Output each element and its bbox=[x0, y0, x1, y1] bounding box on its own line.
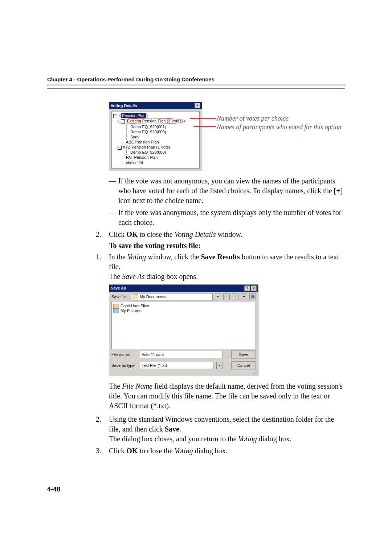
view-menu-icon[interactable]: ▤ bbox=[249, 293, 256, 300]
save-in-combo[interactable]: My Documents bbox=[131, 293, 213, 300]
file-name-label: File name: bbox=[111, 352, 137, 357]
collapse-icon[interactable]: - bbox=[118, 146, 122, 150]
up-one-level-icon[interactable]: ↑ bbox=[232, 293, 238, 300]
collapse-icon[interactable]: - bbox=[113, 114, 117, 118]
new-folder-icon[interactable]: ✦ bbox=[241, 293, 247, 300]
tree-item[interactable]: Demo EQ_929(000) bbox=[130, 130, 166, 134]
tree-item[interactable]: Existing Pension Plan (3 Votes) bbox=[127, 119, 183, 123]
file-name-input[interactable]: Vote #1 cars bbox=[140, 351, 222, 358]
tree-item[interactable]: PAT Pension Plan bbox=[126, 155, 158, 159]
body-text: If the vote was not anonymous, you can v… bbox=[118, 176, 345, 206]
voting-details-title: Voting Details bbox=[111, 103, 137, 108]
figure-annotation: Number of votes per choice Names of part… bbox=[217, 102, 342, 131]
save-as-title: Save As bbox=[111, 286, 126, 290]
annotation-line: Number of votes per choice bbox=[217, 114, 342, 123]
body-text: The File Name field displays the default… bbox=[109, 381, 345, 411]
list-item[interactable]: My Pictures bbox=[121, 308, 141, 313]
body-text: Click OK to close the Voting dialog box. bbox=[109, 446, 228, 456]
chevron-down-icon[interactable]: ▾ bbox=[215, 293, 221, 300]
help-icon[interactable]: ? bbox=[244, 285, 250, 291]
section-heading: To save the voting results file: bbox=[109, 242, 345, 250]
body-text: In the Voting window, click the Save Res… bbox=[109, 252, 345, 281]
chevron-down-icon[interactable]: ▾ bbox=[216, 362, 222, 369]
voting-tree[interactable]: - Pension Plan - Existing Pension Plan (… bbox=[111, 111, 200, 169]
folder-icon bbox=[113, 304, 119, 308]
folder-icon bbox=[133, 294, 138, 299]
folder-icon bbox=[113, 308, 119, 313]
save-in-label: Save in: bbox=[111, 295, 129, 299]
tree-item[interactable]: XYZ Pension Plan (1 Vote) bbox=[123, 145, 170, 149]
collapse-icon[interactable]: - bbox=[121, 119, 125, 123]
body-text: Using the standard Windows conventions, … bbox=[109, 414, 345, 444]
body-text: If the vote was anonymous, the system di… bbox=[118, 208, 345, 227]
tree-item[interactable]: ABC Pension Plan bbox=[126, 140, 159, 144]
tree-item[interactable]: Sara bbox=[130, 135, 139, 139]
save-as-dialog: Save As ? × Save in: My Documents ▾ ← ↑ … bbox=[109, 284, 258, 376]
back-icon[interactable]: ← bbox=[223, 293, 230, 300]
voting-details-window: Voting Details × - Pension Plan - bbox=[109, 102, 202, 171]
close-icon[interactable]: × bbox=[251, 285, 257, 291]
file-list[interactable]: Corel User Files My Pictures bbox=[111, 302, 256, 349]
page-number: 4-48 bbox=[47, 486, 60, 493]
save-button[interactable]: Save bbox=[231, 351, 256, 358]
body-text: Click OK to close the Voting Details win… bbox=[109, 230, 242, 239]
resize-grip[interactable] bbox=[252, 371, 257, 375]
chapter-header: Chapter 4 - Operations Performed During … bbox=[47, 76, 345, 82]
tree-item[interactable]: Demo EQ_929(001) bbox=[130, 125, 166, 129]
annotation-line: Names of participants who voted for this… bbox=[217, 123, 342, 131]
tree-item[interactable]: Demo EQ_928(000) bbox=[130, 150, 166, 154]
cancel-button[interactable]: Cancel bbox=[231, 361, 256, 369]
tree-root[interactable]: Pension Plan bbox=[121, 113, 146, 118]
close-icon[interactable]: × bbox=[195, 103, 200, 108]
list-item[interactable]: Corel User Files bbox=[121, 304, 149, 308]
save-as-type-label: Save as type: bbox=[111, 363, 137, 368]
tree-item[interactable]: choice #4 bbox=[126, 161, 143, 165]
save-as-type-combo[interactable]: Text File (*.txt) bbox=[140, 362, 213, 369]
